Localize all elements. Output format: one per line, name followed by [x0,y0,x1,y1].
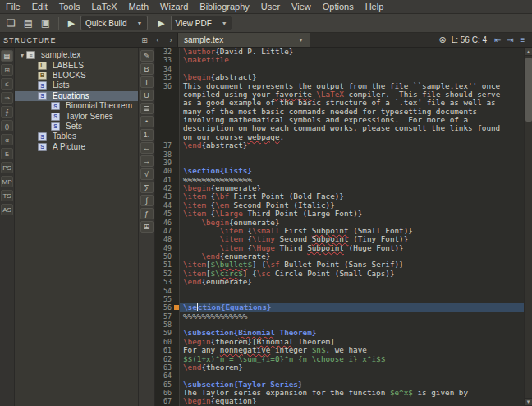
line-number[interactable]: 55 [155,295,173,303]
line-number[interactable]: 37 [155,141,173,150]
line-number[interactable]: 52 [155,270,173,278]
tree-expander-icon[interactable]: ▼ [18,53,26,58]
goto-next-mark-icon[interactable]: ⇥ [504,35,516,44]
structure-item-labels[interactable]: LLABELS [15,60,138,70]
close-document-icon[interactable]: ⊗ [438,35,446,45]
line-number[interactable]: 58 [155,321,173,329]
editor-line-63[interactable]: 63\end{theorem} [155,363,524,371]
code-text[interactable]: \end{abstract} [180,141,524,150]
line-number[interactable]: 44 [155,201,173,210]
editor-line-33[interactable]: 33\maketitle [155,56,524,64]
line-number[interactable]: 39 [155,159,173,167]
line-number[interactable] [155,124,173,132]
line-number[interactable]: 36 [155,82,173,90]
scroll-up-icon[interactable]: ▲ [525,48,532,56]
menu-view[interactable]: View [286,1,317,12]
menu-user[interactable]: User [255,1,286,12]
tikz-icon[interactable]: TS [1,190,13,201]
line-number[interactable]: 51 [155,261,173,269]
line-number[interactable]: 32 [155,48,173,56]
align-icon[interactable]: ≣ [140,103,154,114]
asymptote-icon[interactable]: AS [1,204,13,215]
line-number[interactable] [155,116,173,124]
relation-symbols-icon[interactable]: ≤ [1,78,13,90]
new-file-icon[interactable]: ❏ [3,16,19,30]
structure-item-tables[interactable]: STables [15,131,138,141]
run-quick-build-icon[interactable]: ▶ [64,16,79,30]
misc-math-symbols-icon[interactable]: ∮ [1,106,13,118]
greek-letters-icon[interactable]: α [1,134,13,145]
menu-edit[interactable]: Edit [26,1,53,12]
code-text[interactable]: \maketitle [180,56,524,64]
structure-item-blocks[interactable]: BBLOCKS [15,71,138,81]
line-number[interactable] [155,108,173,116]
code-text[interactable]: %%%%%%%%%%%%%% [180,312,524,321]
line-number[interactable] [155,133,173,141]
goto-prev-mark-icon[interactable]: ⇤ [492,35,504,44]
metapost-icon[interactable]: MP [1,176,13,187]
editor-menu-icon[interactable]: ≡ [516,35,529,44]
line-number[interactable]: 35 [155,73,173,81]
line-number[interactable]: 54 [155,287,173,295]
structure-item-binomial-theorem[interactable]: SBinomial Theorem [15,101,138,111]
line-number[interactable]: 48 [155,235,173,243]
code-text[interactable] [180,287,524,295]
line-number[interactable]: 61 [155,346,173,354]
line-number[interactable]: 66 [155,389,173,397]
line-number[interactable]: 60 [155,338,173,346]
line-number[interactable]: 46 [155,219,173,227]
editor-line-67[interactable]: 67\begin{equation} [155,397,524,405]
code-text[interactable]: \end{enumerate} [180,278,524,286]
scroll-down-icon[interactable]: ▼ [525,398,532,406]
view-pdf-dropdown[interactable]: View PDF ▼ [171,16,232,30]
line-number[interactable] [155,99,173,107]
delimiters-icon[interactable]: () [1,120,13,131]
code-text[interactable]: \end{theorem} [180,363,524,371]
line-number[interactable]: 57 [155,312,173,321]
enumerate-icon[interactable]: 1. [140,129,154,141]
editor-line-38[interactable]: 38 [155,150,524,159]
edit-icon[interactable]: ✎ [140,50,154,62]
save-file-icon[interactable]: ▣ [38,16,53,30]
line-number[interactable]: 47 [155,227,173,235]
code-text[interactable]: \author{David P. Little} [180,48,524,56]
right-arrow-icon[interactable]: → [140,155,154,167]
structure-item-equations[interactable]: SEquations [15,91,138,101]
matrix-icon[interactable]: ⊞ [140,221,154,233]
editor-line-57[interactable]: 57%%%%%%%%%%%%%% [155,312,524,321]
line-number[interactable]: 41 [155,176,173,184]
line-number[interactable]: 63 [155,363,173,371]
menu-bibliography[interactable]: Bibliography [194,1,255,12]
menu-tools[interactable]: Tools [53,1,86,12]
panel-toggle-icon[interactable]: ⊞ [139,35,150,46]
editor-rows[interactable]: 32\author{David P. Little}33\maketitle34… [155,48,524,406]
sqrt-icon[interactable]: √ [140,168,154,180]
scrollbar-thumb[interactable] [525,58,532,122]
menu-help[interactable]: Help [360,1,390,12]
structure-item-sample-tex[interactable]: ▼≡sample.tex [15,50,138,60]
line-number[interactable]: 40 [155,167,173,175]
sum-icon[interactable]: ∑ [140,182,154,193]
structure-item-lists[interactable]: SLists [15,81,138,90]
menu-math[interactable]: Math [123,1,154,12]
line-number[interactable]: 38 [155,150,173,159]
line-number[interactable]: 64 [155,371,173,380]
line-number[interactable]: 43 [155,192,173,201]
structure-panel-icon[interactable]: ▤ [1,50,13,62]
menu-latex[interactable]: LaTeX [85,1,122,12]
italic-icon[interactable]: I [140,76,154,88]
line-number[interactable]: 33 [155,56,173,64]
underline-icon[interactable]: U [140,90,154,101]
line-number[interactable]: 65 [155,381,173,389]
line-number[interactable] [155,90,173,99]
structure-item-taylor-series[interactable]: STaylor Series [15,111,138,121]
line-number[interactable]: 59 [155,329,173,337]
line-number[interactable]: 62 [155,355,173,363]
code-text[interactable] [180,150,524,159]
tab-dropdown-icon[interactable]: ▼ [298,37,304,43]
line-number[interactable]: 53 [155,278,173,286]
tab-sample-tex[interactable]: sample.tex ▼ [177,33,310,47]
pstricks-icon[interactable]: PS [1,162,13,173]
bold-icon[interactable]: B [140,63,154,75]
menu-options[interactable]: Options [317,1,360,12]
